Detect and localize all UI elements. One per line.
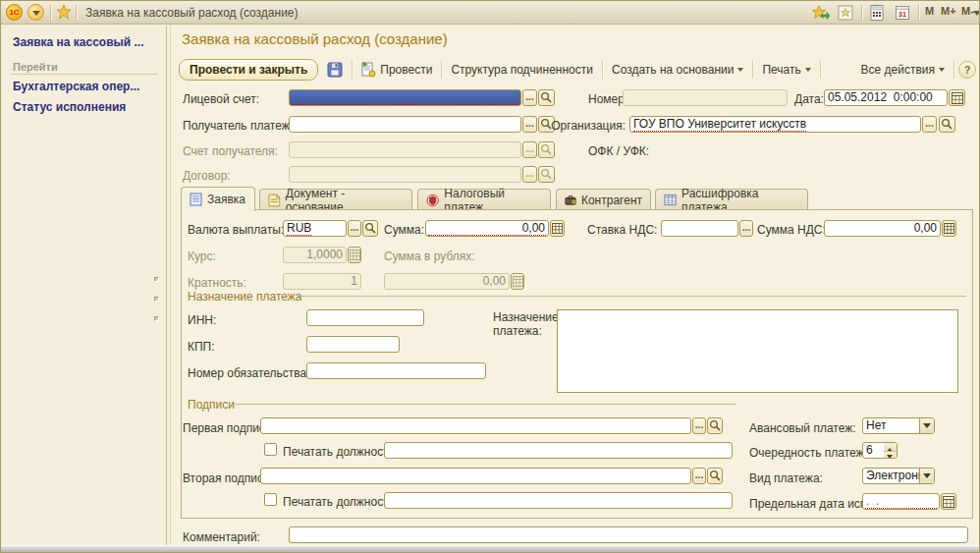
vat-rate-select-button[interactable]: ... [739,220,753,237]
subordination-structure-button[interactable]: Структура подчиненности [446,60,598,80]
combo-arrow-icon[interactable] [919,469,934,483]
all-actions-button[interactable]: Все действия [856,60,950,80]
date-field[interactable]: 05.05.2012 0:00:00 [824,89,948,106]
splitter-handle[interactable] [154,297,159,302]
first-signature-lookup-button[interactable] [707,417,723,434]
sidebar-item-accounting-operation[interactable]: Бухгалтерская опер... [13,80,139,93]
deadline-field[interactable]: . . [862,493,940,510]
help-button[interactable]: ? [958,61,976,79]
personal-account-field[interactable] [289,89,521,106]
print-position-checkbox-1[interactable] [264,443,277,456]
second-signature-select-button[interactable]: ... [692,468,706,484]
combo-arrow-icon[interactable] [919,418,934,433]
number-field[interactable] [623,89,788,106]
amount-field[interactable]: 0,00 [425,220,549,237]
amount-rub-calculator-button[interactable] [511,273,524,290]
personal-account-select-button[interactable]: ... [522,89,537,106]
sidebar: Заявка на кассовый ... Перейти Бухгалтер… [1,26,167,545]
kpp-field[interactable] [306,336,400,353]
chevron-down-icon [805,68,811,75]
amount-calculator-button[interactable] [550,220,565,237]
currency-select-button[interactable]: ... [348,220,361,237]
contract-select-button[interactable]: ... [522,166,537,183]
vat-amount-calculator-button[interactable] [942,220,956,237]
tab-counterparty[interactable]: Контрагент [556,189,651,210]
exchange-rate-calculator-button[interactable] [348,247,361,263]
payment-kind-combo[interactable]: Электронно [862,468,935,484]
contract-label: Договор: [183,169,231,183]
vat-amount-field[interactable]: 0,00 [824,220,941,237]
second-signature-lookup-button[interactable] [707,468,723,484]
print-button[interactable]: Печать [757,60,815,80]
create-based-on-label: Создать на основании [612,63,735,77]
calendar-grid-icon [952,92,963,104]
divider [918,5,919,21]
multiplicity-field[interactable]: 1 [283,273,361,290]
save-button[interactable] [322,60,348,80]
print-position-field-2[interactable] [384,492,733,509]
tab-payment-details[interactable]: Расшифровка платежа [655,189,808,210]
purpose-textarea[interactable] [557,309,958,393]
amount-rub-field[interactable]: 0,00 [384,273,510,290]
exchange-rate-label: Курс: [188,249,216,263]
payee-select-button[interactable]: ... [522,116,537,133]
splitter-handle[interactable] [154,277,159,282]
magnifier-icon [540,168,553,181]
comment-label: Комментарий: [183,530,260,544]
first-signature-field[interactable] [260,417,691,434]
calculator-icon[interactable] [869,5,885,21]
tab-request[interactable]: Заявка [181,187,255,211]
add-to-favorites-icon[interactable] [812,5,828,21]
vat-rate-field[interactable] [661,220,738,237]
tab-tax-payment[interactable]: Налоговый платеж [417,189,551,210]
splitter-handle[interactable] [154,316,159,321]
create-based-on-button[interactable]: Создать на основании [607,60,749,80]
personal-account-lookup-button[interactable] [538,89,555,106]
contract-lookup-button[interactable] [538,166,555,183]
counterparty-tab-icon [565,194,576,206]
currency-field[interactable]: RUB [283,220,347,237]
payee-field[interactable] [289,116,521,133]
exchange-rate-field[interactable]: 1,0000 [283,247,347,263]
personal-account-label: Лицевой счет: [183,92,259,106]
payee-account-field[interactable] [289,141,521,158]
organization-select-button[interactable]: ... [922,116,937,133]
date-calendar-button[interactable] [949,89,965,106]
first-signature-select-button[interactable]: ... [692,417,706,434]
svg-text:31: 31 [898,10,906,19]
post-and-close-button[interactable]: Провести и закрыть [179,59,318,81]
titlebar: 1С Заявка на кассовый расход (создание) … [1,1,980,25]
payee-account-lookup-button[interactable] [538,141,555,158]
organization-field[interactable]: ГОУ ВПО Университет искусств [629,116,921,133]
main-menu-button[interactable] [27,4,44,21]
chevron-down-icon[interactable] [973,11,980,20]
second-signature-field[interactable] [260,468,691,484]
memory-plus-button[interactable]: M+ [941,5,956,17]
post-button[interactable]: Провести [356,60,437,80]
inn-field[interactable] [306,309,424,326]
memory-button[interactable]: M [925,5,934,17]
payment-priority-label: Очередность платежа: [749,446,874,460]
calendar-icon[interactable]: 31 [895,5,910,21]
payee-account-select-button[interactable]: ... [522,141,537,158]
contract-field[interactable] [289,166,521,183]
spin-up-icon[interactable] [884,443,897,451]
payment-priority-stepper[interactable]: 6 [862,442,898,459]
obligation-number-field[interactable] [306,362,486,379]
sidebar-item-execution-status[interactable]: Статус исполнения [13,100,126,114]
divider [50,5,51,21]
chevron-down-icon [939,68,945,75]
comment-field[interactable] [289,526,968,543]
open-favorites-icon[interactable] [838,5,853,21]
tab-base-document[interactable]: Документ - основание [259,189,412,210]
deadline-calendar-button[interactable] [941,493,956,510]
currency-lookup-button[interactable] [362,220,378,237]
organization-lookup-button[interactable] [939,116,955,133]
print-position-field-1[interactable] [384,442,733,459]
advance-payment-combo[interactable]: Нет [862,417,935,434]
spin-down-icon[interactable] [884,451,897,459]
memory-minus-button[interactable]: M- [961,5,974,17]
print-position-checkbox-2[interactable] [264,493,277,506]
favorites-star-icon[interactable] [56,4,72,20]
sidebar-item-document[interactable]: Заявка на кассовый ... [13,35,144,49]
